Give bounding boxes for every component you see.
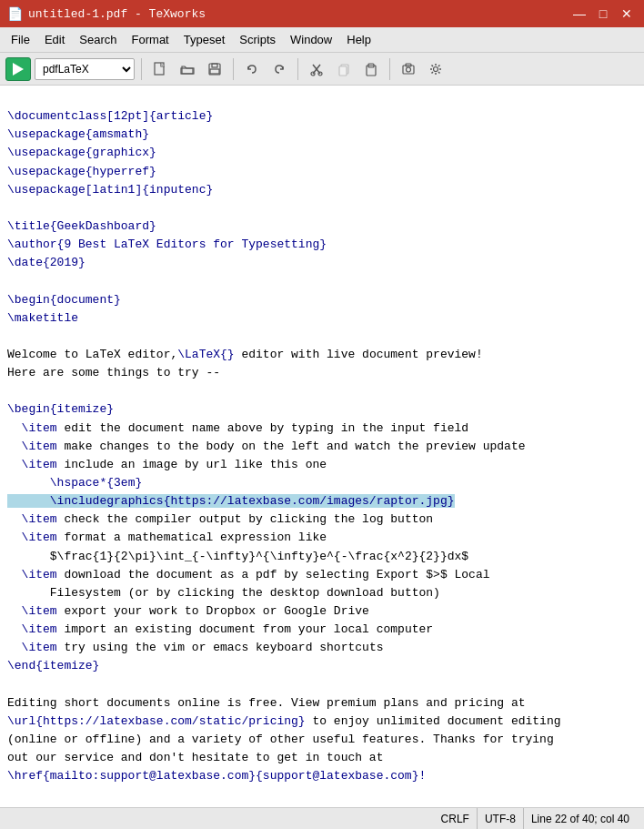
line-usepackage-inputenc: \usepackage[latin1]{inputenc} xyxy=(7,183,213,197)
menu-typeset[interactable]: Typeset xyxy=(176,31,233,48)
menu-file[interactable]: File xyxy=(4,31,37,48)
menu-help[interactable]: Help xyxy=(339,31,378,48)
svg-rect-5 xyxy=(212,64,217,67)
line-ending-status[interactable]: CRLF xyxy=(434,808,477,829)
copy-button[interactable] xyxy=(332,57,356,81)
line-item-7: \item export your work to Dropbox or Goo… xyxy=(7,604,369,618)
line-title: \title{GeekDashboard} xyxy=(7,219,156,233)
line-usepackage-hyperref: \usepackage{hyperref} xyxy=(7,165,156,178)
menubar: File Edit Search Format Typeset Scripts … xyxy=(0,27,644,53)
editor[interactable]: \documentclass[12pt]{article} \usepackag… xyxy=(0,86,644,807)
line-date: \date{2019} xyxy=(7,256,86,269)
line-item-1: \item edit the document name above by ty… xyxy=(7,421,468,435)
toolbar-separator-4 xyxy=(389,58,390,80)
line-item-5: \item format a mathematical expression l… xyxy=(7,531,327,544)
settings-button[interactable] xyxy=(424,57,448,81)
position-status: Line 22 of 40; col 40 xyxy=(523,808,637,829)
line-math: $\frac{1}{2\pi}\int_{-\infty}^{\infty}e^… xyxy=(7,550,468,563)
line-here: Here are some things to try -- xyxy=(7,366,220,379)
line-item-8: \item import an existing document from y… xyxy=(7,622,433,636)
save-button[interactable] xyxy=(203,57,226,81)
new-button[interactable] xyxy=(148,57,172,81)
line-online: (online or offline) and a variety of oth… xyxy=(7,733,554,746)
line-welcome: Welcome to LaTeX editor,\LaTeX{} editor … xyxy=(7,348,483,361)
svg-rect-12 xyxy=(339,66,347,76)
line-hspace: \hspace*{3em} xyxy=(7,476,142,490)
toolbar: pdfLaTeX LaTeX XeLaTeX LuaLaTeX xyxy=(0,53,644,86)
undo-button[interactable] xyxy=(240,57,264,81)
minimize-button[interactable]: — xyxy=(569,4,589,24)
compiler-select[interactable]: pdfLaTeX LaTeX XeLaTeX LuaLaTeX xyxy=(35,58,135,80)
redo-button[interactable] xyxy=(267,57,291,81)
svg-rect-3 xyxy=(181,68,194,74)
line-usepackage-amsmath: \usepackage{amsmath} xyxy=(7,127,149,141)
line-item-6: \item download the document as a pdf by … xyxy=(7,568,490,581)
toolbar-separator-1 xyxy=(141,58,142,80)
line-item-9: \item try using the vim or emacs keyboar… xyxy=(7,641,383,654)
line-item-6-cont: Filesystem (or by clicking the desktop d… xyxy=(7,586,440,600)
close-button[interactable]: ✕ xyxy=(617,4,637,24)
menu-format[interactable]: Format xyxy=(125,31,176,48)
line-author: \author{9 Best LaTeX Editors for Typeset… xyxy=(7,238,327,251)
maximize-button[interactable]: □ xyxy=(593,4,613,24)
run-button[interactable] xyxy=(5,57,31,81)
encoding-status[interactable]: UTF-8 xyxy=(477,808,523,829)
line-url: \url{https://latexbase.com/static/pricin… xyxy=(7,714,561,728)
paste-button[interactable] xyxy=(359,57,383,81)
menu-edit[interactable]: Edit xyxy=(37,31,72,48)
svg-point-16 xyxy=(407,67,411,72)
line-item-3: \item include an image by url like this … xyxy=(7,458,327,471)
toolbar-separator-2 xyxy=(233,58,234,80)
menu-window[interactable]: Window xyxy=(283,31,339,48)
line-editing: Editing short documents online is free. … xyxy=(7,696,526,710)
titlebar-controls: — □ ✕ xyxy=(569,4,637,24)
statusbar: CRLF UTF-8 Line 22 of 40; col 40 xyxy=(0,807,644,829)
titlebar: 📄 untitled-1.pdf - TeXworks — □ ✕ xyxy=(0,0,644,27)
app-icon: 📄 xyxy=(7,6,23,22)
line-begin-itemize: \begin{itemize} xyxy=(7,402,114,416)
line-maketitle: \maketitle xyxy=(7,311,78,325)
titlebar-left: 📄 untitled-1.pdf - TeXworks xyxy=(7,6,206,22)
line-service: out our service and don't hesitate to ge… xyxy=(7,751,383,764)
open-button[interactable] xyxy=(176,57,199,81)
line-begin-document: \begin{document} xyxy=(7,293,121,307)
cut-button[interactable] xyxy=(305,57,328,81)
line-item-2: \item make changes to the body on the le… xyxy=(7,440,526,453)
line-includegraphics: \includegraphics{https://latexbase.com/i… xyxy=(7,494,455,508)
line-item-4: \item check the compiler output by click… xyxy=(7,512,433,526)
line-end-itemize: \end{itemize} xyxy=(7,659,99,672)
titlebar-title: untitled-1.pdf - TeXworks xyxy=(28,7,206,21)
menu-search[interactable]: Search xyxy=(72,31,124,48)
toolbar-separator-3 xyxy=(297,58,298,80)
menu-scripts[interactable]: Scripts xyxy=(232,31,283,48)
svg-rect-6 xyxy=(210,69,219,74)
line-documentclass: \documentclass[12pt]{article} xyxy=(7,109,213,123)
screenshot-button[interactable] xyxy=(397,57,420,81)
svg-point-18 xyxy=(434,66,438,71)
svg-marker-0 xyxy=(13,63,24,76)
line-usepackage-graphicx: \usepackage{graphicx} xyxy=(7,146,156,159)
line-href: \href{mailto:support@latexbase.com}{supp… xyxy=(7,769,426,783)
